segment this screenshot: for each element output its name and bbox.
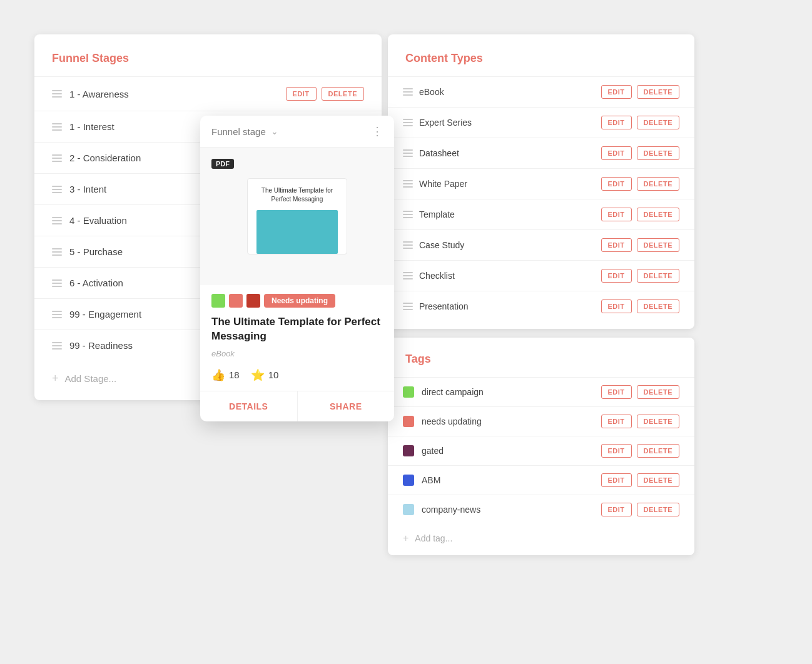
stage-label: 4 - Evaluation	[69, 215, 127, 226]
edit-button[interactable]: EDIT	[286, 87, 317, 101]
thumbs-up-icon: 👍	[211, 368, 225, 382]
likes-stat: 👍 18	[211, 368, 240, 382]
funnel-stage-label: Funnel stage	[211, 126, 266, 137]
content-item-expert-series: Expert Series EDIT DELETE	[388, 107, 694, 138]
delete-button[interactable]: DELETE	[637, 177, 679, 191]
delete-button[interactable]: DELETE	[637, 269, 679, 283]
funnel-stages-title: Funnel Stages	[34, 52, 382, 76]
drag-handle-icon[interactable]	[52, 154, 62, 162]
content-preview-card: The Ultimate Template for Perfect Messag…	[247, 178, 347, 254]
content-item-datasheet: Datasheet EDIT DELETE	[388, 138, 694, 168]
edit-button[interactable]: EDIT	[601, 116, 632, 129]
stage-label: 1 - Interest	[69, 121, 114, 132]
drag-handle-icon[interactable]	[52, 217, 62, 224]
content-stats: 👍 18 ⭐ 10	[200, 365, 394, 391]
drag-handle-icon[interactable]	[403, 241, 413, 249]
modal-footer: DETAILS SHARE	[200, 391, 394, 421]
tag-flag-darkred	[246, 294, 260, 308]
content-item-checklist: Checklist EDIT DELETE	[388, 260, 694, 291]
content-types-title: Content Types	[388, 52, 694, 76]
edit-button[interactable]: EDIT	[601, 299, 632, 313]
delete-button[interactable]: DELETE	[637, 238, 679, 252]
delete-button[interactable]: DELETE	[637, 85, 679, 99]
tag-item-direct-campaign: direct campaign EDIT DELETE	[388, 377, 694, 406]
drag-handle-icon[interactable]	[52, 90, 62, 98]
tag-item-abm: ABM EDIT DELETE	[388, 465, 694, 495]
delete-button[interactable]: DELETE	[322, 87, 364, 101]
stars-stat: ⭐ 10	[251, 368, 279, 382]
content-types-card: Content Types eBook EDIT DELETE Expert S…	[388, 34, 694, 329]
content-type-label: Case Study	[419, 240, 464, 250]
edit-button[interactable]: EDIT	[601, 177, 632, 191]
delete-button[interactable]: DELETE	[637, 444, 679, 458]
stage-label: 3 - Intent	[69, 184, 106, 194]
drag-handle-icon[interactable]	[403, 303, 413, 310]
drag-handle-icon[interactable]	[403, 119, 413, 126]
tag-label: needs updating	[422, 416, 482, 426]
edit-button[interactable]: EDIT	[601, 146, 632, 160]
edit-button[interactable]: EDIT	[601, 385, 632, 399]
more-options-icon[interactable]: ⋮	[372, 124, 383, 138]
delete-button[interactable]: DELETE	[637, 385, 679, 399]
content-type-label: Datasheet	[419, 148, 459, 158]
tags-card: Tags direct campaign EDIT DELETE needs u…	[388, 338, 694, 555]
add-tag-label: Add tag...	[415, 533, 452, 543]
tag-color-swatch	[403, 445, 414, 456]
stage-item-awareness: 1 - Awareness EDIT DELETE	[34, 76, 382, 111]
delete-button[interactable]: DELETE	[637, 299, 679, 313]
needs-updating-badge: Needs updating	[264, 294, 335, 308]
tag-label: ABM	[422, 475, 440, 485]
stage-label: 6 - Activation	[69, 278, 123, 288]
delete-button[interactable]: DELETE	[637, 473, 679, 487]
tag-item-company-news: company-news EDIT DELETE	[388, 495, 694, 524]
tag-item-gated: gated EDIT DELETE	[388, 436, 694, 465]
details-button[interactable]: DETAILS	[200, 391, 298, 421]
delete-button[interactable]: DELETE	[637, 146, 679, 160]
content-type-label: eBook	[200, 346, 394, 365]
funnel-stage-select[interactable]: Funnel stage ⌄	[211, 126, 278, 137]
tag-flag-red	[229, 294, 243, 308]
edit-button[interactable]: EDIT	[601, 473, 632, 487]
drag-handle-icon[interactable]	[403, 180, 413, 188]
edit-button[interactable]: EDIT	[601, 444, 632, 458]
tags-title: Tags	[388, 353, 694, 377]
content-type-label: Checklist	[419, 271, 455, 281]
edit-button[interactable]: EDIT	[601, 85, 632, 99]
preview-title: The Ultimate Template for Perfect Messag…	[256, 186, 338, 204]
edit-button[interactable]: EDIT	[601, 415, 632, 428]
drag-handle-icon[interactable]	[52, 311, 62, 318]
edit-button[interactable]: EDIT	[601, 269, 632, 283]
drag-handle-icon[interactable]	[52, 248, 62, 256]
tag-flag-green	[211, 294, 225, 308]
plus-icon: +	[403, 533, 409, 544]
tag-color-swatch	[403, 475, 414, 486]
edit-button[interactable]: EDIT	[601, 208, 632, 221]
edit-button[interactable]: EDIT	[601, 238, 632, 252]
drag-handle-icon[interactable]	[403, 272, 413, 279]
plus-icon: +	[52, 372, 59, 385]
content-image-area: PDF The Ultimate Template for Perfect Me…	[200, 148, 394, 285]
add-tag-button[interactable]: + Add tag...	[388, 524, 694, 546]
content-type-label: Template	[419, 209, 455, 219]
share-button[interactable]: SHARE	[298, 391, 395, 421]
drag-handle-icon[interactable]	[52, 279, 62, 287]
delete-button[interactable]: DELETE	[637, 415, 679, 428]
delete-button[interactable]: DELETE	[637, 116, 679, 129]
star-icon: ⭐	[251, 368, 265, 382]
drag-handle-icon[interactable]	[52, 186, 62, 193]
edit-button[interactable]: EDIT	[601, 503, 632, 516]
tag-color-swatch	[403, 386, 414, 398]
drag-handle-icon[interactable]	[403, 88, 413, 96]
delete-button[interactable]: DELETE	[637, 503, 679, 516]
drag-handle-icon[interactable]	[52, 123, 62, 131]
drag-handle-icon[interactable]	[403, 149, 413, 157]
content-modal: Funnel stage ⌄ ⋮ PDF The Ultimate Templa…	[200, 116, 394, 421]
drag-handle-icon[interactable]	[52, 342, 62, 350]
preview-image-block	[256, 210, 338, 254]
tag-item-needs-updating: needs updating EDIT DELETE	[388, 406, 694, 436]
delete-button[interactable]: DELETE	[637, 208, 679, 221]
content-item-template: Template EDIT DELETE	[388, 199, 694, 229]
drag-handle-icon[interactable]	[403, 211, 413, 218]
content-type-label: White Paper	[419, 179, 467, 189]
stage-label: 99 - Engagement	[69, 309, 141, 319]
